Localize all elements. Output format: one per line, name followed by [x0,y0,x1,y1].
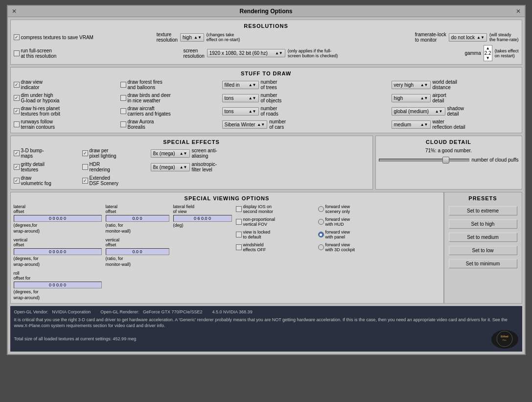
dim-under-high: dim under highG-load or hypoxia [14,93,116,103]
titlebar: ✕ Rendering Options ✕ [8,6,525,17]
gamma-spinner[interactable]: ▲ 2.2 ▼ [484,45,492,61]
framerate-lock-label: framerate-lockto monitor [415,32,446,43]
vertical-offset2-group: verticaloffset 0.0 0 (ratio, formonitor-… [106,237,169,267]
run-fullscreen-checkbox[interactable] [14,50,20,56]
runways-checkbox[interactable] [14,121,20,127]
hdr-label: HDRrendering [90,162,110,172]
per-pixel-checkbox[interactable] [82,150,88,156]
vertical-offset-label: verticaloffset [14,237,102,247]
aircraft-carriers-checkbox[interactable] [120,108,126,114]
forward-3d-radio[interactable] [318,244,324,250]
bump-maps: 3-D bump-maps [14,148,77,159]
lateral-offset2-input[interactable]: 0.0 0 [106,215,169,222]
roll-offset-input[interactable]: 0 0 0.0 0 [14,282,102,288]
world-detail-dropdown[interactable]: very high ▲▼ [392,81,431,89]
water-reflection-label: waterreflection detail [433,119,465,130]
trees-dropdown[interactable]: filled in ▲▼ [222,81,259,89]
draw-hires-checkbox[interactable] [14,108,20,114]
non-prop-checkbox[interactable] [236,219,242,225]
cars-dropdown[interactable]: Siberia Winter ▲▼ [222,120,268,129]
anisotropic-label: anisotropic-filter level [192,162,217,172]
roads-qty: tons ▲▼ numberof roads [222,106,388,117]
effects-col2: draw perpixel lighting HDRrendering Exte… [82,148,146,186]
volumetric-fog-checkbox[interactable] [14,178,20,184]
runways-follow: runways followterrain contours [14,119,116,130]
non-proportional-fov: non-proportionalvertical FOV [236,217,314,227]
set-extreme-button[interactable]: Set to extreme [449,206,517,215]
viewing-radios: forward viewscenery only forward viewwit… [318,204,355,252]
info-warning: It is critical that you use the right 3-… [14,317,518,329]
airport-detail-label: airportdetail [433,93,446,103]
screen-resolution-dropdown[interactable]: 1920 x 1080, 32 bit (60 hz) ▲▼ [207,49,285,57]
cloud-slider-thumb[interactable] [442,157,449,164]
gritty-detail-checkbox[interactable] [14,164,20,170]
anti-aliasing-label: screen anti-aliasing [192,148,217,159]
forward-hud-radio[interactable] [318,219,324,225]
airport-detail: high ▲▼ airportdetail [392,93,519,103]
lateral-offset2-group: lateraloffset 0.0 0 (ratio, formonitor-w… [106,204,169,234]
compress-textures-checkbox[interactable] [14,34,20,40]
window-title: Rendering Options [240,8,293,15]
lateral-fov-input[interactable]: 0 6 0.0 0 [173,215,232,222]
set-medium-button[interactable]: Set to medium [449,233,517,242]
framerate-lock-dropdown[interactable]: do not lock ▲▼ [449,33,487,42]
forward-hud-label: forward viewwith HUD [325,217,350,227]
draw-birds-deer: draw birds and deerin nice weather [120,93,218,103]
forward-panel-radio[interactable] [318,232,324,237]
display-ios-checkbox[interactable] [236,206,242,212]
extended-dsf-checkbox[interactable] [82,178,88,184]
run-fullscreen-label: run full-screenat this resolution [21,48,57,59]
anisotropic: 8x (mega) ▲▼ anisotropic-filter level [151,162,217,172]
viewing-spinners-col2: lateraloffset 0.0 0 (ratio, formonitor-w… [106,204,169,267]
windshield-checkbox[interactable] [236,244,242,250]
water-reflection-dropdown[interactable]: medium ▲▼ [392,120,431,129]
birds-deer-checkbox[interactable] [120,95,126,101]
compress-textures-group: compress textures to save VRAM [14,34,93,41]
aurora-checkbox[interactable] [120,121,126,127]
trees-label: numberof trees [261,79,278,90]
windshield-effects: windshieldeffects OFF [236,242,314,252]
set-minimum-button[interactable]: Set to minimum [449,259,517,268]
cars-label: numberof cars [269,119,286,130]
airport-detail-dropdown[interactable]: high ▲▼ [392,94,431,102]
anisotropic-dropdown[interactable]: 8x (mega) ▲▼ [151,163,190,171]
hdr-checkbox[interactable] [82,164,88,170]
close-button-left[interactable]: ✕ [12,8,17,15]
vertical-offset2-input[interactable]: 0.0 0 [106,248,169,255]
vendor-label: Open-GL Vendor: [14,309,48,314]
cloud-slider-label: 71%: a good number. [379,148,519,153]
compress-textures-label: compress textures to save VRAM [21,34,93,41]
forest-fires-checkbox[interactable] [120,82,126,88]
view-locked: view is lockedto default [236,230,314,239]
set-high-button[interactable]: Set to high [449,219,517,229]
viewing-checks: display IOS onsecond monitor non-proport… [236,204,314,252]
forest-fires-label: draw forest firesand balloons [128,79,162,90]
roads-dropdown[interactable]: tons ▲▼ [222,107,259,116]
draw-view-checkbox[interactable] [14,82,20,88]
forward-scenery-radio[interactable] [318,206,324,212]
dim-under-checkbox[interactable] [14,95,20,101]
viewing-presets-row: SPECIAL VIEWING OPTIONS lateraloffset 0 … [10,192,522,304]
viewing-spinners-col3: lateral fieldof view 0 6 0.0 0 (deg) [173,204,232,228]
anti-aliasing-dropdown[interactable]: 8x (mega) ▲▼ [151,149,190,158]
resolutions-title: RESOLUTIONS [14,23,519,29]
texture-resolution-label: textureresolution [157,32,178,43]
vertical-offset-input[interactable]: 0 0 0.0 0 [14,248,102,255]
lateral-offset2-unit: (ratio, formonitor-wall) [106,223,131,234]
cloud-slider-track [379,159,469,162]
view-locked-checkbox[interactable] [236,232,242,237]
stuff-col4: very high ▲▼ world detaildistance high ▲… [392,79,519,130]
dim-under-label: dim under highG-load or hypoxia [21,93,60,103]
set-low-button[interactable]: Set to low [449,246,517,255]
texture-resolution-dropdown[interactable]: high ▲▼ [180,33,204,42]
display-ios: display IOS onsecond monitor [236,204,314,214]
close-button-right[interactable]: ✕ [516,8,521,15]
per-pixel-label: draw perpixel lighting [90,148,116,159]
shadow-detail-dropdown[interactable]: global (medium) ▲▼ [392,107,445,116]
lateral-offset-input[interactable]: 0 0 0.0 0 [14,215,102,222]
bump-maps-checkbox[interactable] [14,150,20,156]
main-window: ✕ Rendering Options ✕ RESOLUTIONS compre… [7,5,526,355]
texture-size: Total size of all loaded textures at cur… [14,336,137,343]
dropdown-arrow: ▲▼ [194,35,202,40]
objects-dropdown[interactable]: tons ▲▼ [222,94,259,102]
